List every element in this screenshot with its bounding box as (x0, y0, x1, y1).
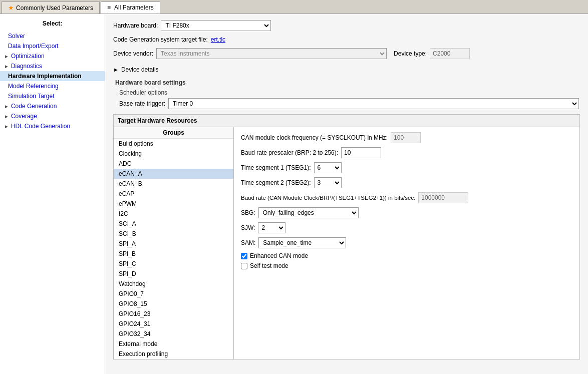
device-details-label: Device details (121, 66, 159, 73)
sidebar-item-label: Solver (8, 33, 25, 40)
group-item-spi-a[interactable]: SPI_A (114, 239, 233, 249)
tseg1-select[interactable]: 6 (314, 162, 342, 173)
sidebar-item-label: Coverage (11, 113, 37, 120)
collapse-arrow-icon: ► (113, 67, 119, 73)
tab-commonly-used-label: Commonly Used Parameters (16, 5, 93, 12)
enhanced-can-row: Enhanced CAN mode (241, 252, 572, 259)
sidebar-item-coverage[interactable]: ► Coverage (0, 111, 105, 121)
baud-prescaler-input[interactable] (341, 147, 381, 158)
sidebar-item-code-generation[interactable]: ► Code Generation (0, 101, 105, 111)
sidebar-item-diagnostics[interactable]: ► Diagnostics (0, 61, 105, 71)
sidebar-select-label: Select: (0, 18, 105, 31)
main-layout: Select: Solver Data Import/Export ► Opti… (0, 14, 588, 374)
can-clock-label: CAN module clock frequency (= SYSCLKOUT)… (241, 134, 388, 141)
group-item-ecan-a[interactable]: eCAN_A (114, 169, 233, 179)
sam-label: SAM: (241, 239, 255, 246)
sidebar-item-optimization[interactable]: ► Optimization (0, 51, 105, 61)
sjw-select[interactable]: 2 (258, 222, 285, 233)
sam-row: SAM: Sample_one_time Sample_three_times (241, 237, 572, 248)
group-item-watchdog[interactable]: Watchdog (114, 279, 233, 289)
tab-commonly-used[interactable]: ★ Commonly Used Parameters (2, 2, 100, 14)
sidebar-item-data-import[interactable]: Data Import/Export (0, 41, 105, 51)
sidebar-item-solver[interactable]: Solver (0, 31, 105, 41)
tseg2-select[interactable]: 3 (314, 177, 342, 188)
base-rate-row: Base rate trigger: Timer 0 (119, 98, 580, 109)
arrow-icon: ► (4, 54, 9, 59)
settings-panel: CAN module clock frequency (= SYSCLKOUT)… (234, 127, 579, 359)
device-details-header[interactable]: ► Device details (113, 64, 580, 75)
sbg-label: SBG: (241, 209, 255, 216)
sam-select[interactable]: Sample_one_time Sample_three_times (258, 237, 346, 248)
can-clock-input[interactable] (391, 132, 421, 143)
group-item-epwm[interactable]: ePWM (114, 199, 233, 209)
code-gen-link[interactable]: ert.tlc (211, 36, 225, 43)
group-item-clocking[interactable]: Clocking (114, 149, 233, 159)
sidebar-item-label: Simulation Target (8, 93, 55, 100)
group-item-ecan-b[interactable]: eCAN_B (114, 179, 233, 189)
group-item-spi-c[interactable]: SPI_C (114, 259, 233, 269)
enhanced-can-label: Enhanced CAN mode (250, 252, 308, 259)
sidebar: Select: Solver Data Import/Export ► Opti… (0, 14, 105, 374)
device-vendor-select[interactable]: Texas Instruments (156, 48, 387, 59)
group-item-gpio0-7[interactable]: GPIO0_7 (114, 289, 233, 299)
group-item-gpio32-34[interactable]: GPIO32_34 (114, 329, 233, 339)
sidebar-item-hdl-code-gen[interactable]: ► HDL Code Generation (0, 121, 105, 131)
group-item-spi-d[interactable]: SPI_D (114, 269, 233, 279)
group-item-execution-profiling[interactable]: Execution profiling (114, 349, 233, 359)
device-type-input[interactable] (430, 48, 470, 59)
group-item-i2c[interactable]: I2C (114, 209, 233, 219)
sidebar-item-label: Hardware Implementation (8, 73, 82, 80)
can-clock-row: CAN module clock frequency (= SYSCLKOUT)… (241, 132, 572, 143)
self-test-label: Self test mode (250, 262, 288, 269)
sidebar-item-label: Model Referencing (8, 83, 59, 90)
sbg-row: SBG: Only_falling_edges Both_edges (241, 207, 572, 218)
sidebar-item-label: Code Generation (11, 103, 57, 110)
base-rate-label: Base rate trigger: (119, 100, 165, 107)
sidebar-item-label: Optimization (11, 53, 45, 60)
group-item-gpio24-31[interactable]: GPIO24_31 (114, 319, 233, 329)
hw-board-row: Hardware board: TI F280x (113, 20, 580, 31)
group-item-external-mode[interactable]: External mode (114, 339, 233, 349)
tseg2-label: Time segment 2 (TSEG2): (241, 179, 311, 186)
baud-prescaler-row: Baud rate prescaler (BRP: 2 to 256): (241, 147, 572, 158)
tseg1-label: Time segment 1 (TSEG1): (241, 164, 311, 171)
group-item-sci-b[interactable]: SCI_B (114, 229, 233, 239)
groups-header: Groups (114, 127, 233, 139)
group-item-sci-a[interactable]: SCI_A (114, 219, 233, 229)
tab-bar: ★ Commonly Used Parameters ≡ All Paramet… (0, 0, 588, 14)
code-gen-label: Code Generation system target file: (113, 36, 208, 43)
tab-all-params-icon: ≡ (107, 4, 111, 11)
tseg1-row: Time segment 1 (TSEG1): 6 (241, 162, 572, 173)
arrow-icon: ► (4, 124, 9, 129)
sidebar-item-label: Diagnostics (11, 63, 42, 70)
content-area: Hardware board: TI F280x Code Generation… (105, 14, 588, 374)
hw-board-select[interactable]: TI F280x (161, 20, 271, 31)
group-item-spi-b[interactable]: SPI_B (114, 249, 233, 259)
base-rate-select[interactable]: Timer 0 (168, 98, 579, 109)
group-item-gpio16-23[interactable]: GPIO16_23 (114, 309, 233, 319)
group-item-build-options[interactable]: Build options (114, 139, 233, 149)
self-test-checkbox[interactable] (241, 263, 247, 269)
sbg-select[interactable]: Only_falling_edges Both_edges (258, 207, 359, 218)
group-item-adc[interactable]: ADC (114, 159, 233, 169)
sidebar-item-simulation-target[interactable]: Simulation Target (0, 91, 105, 101)
tseg2-row: Time segment 2 (TSEG2): 3 (241, 177, 572, 188)
sidebar-item-model-referencing[interactable]: Model Referencing (0, 81, 105, 91)
target-hw-body: Groups Build options Clocking ADC eCAN_A… (114, 127, 579, 359)
sidebar-item-hardware-impl[interactable]: Hardware Implementation (0, 71, 105, 81)
tab-all-parameters[interactable]: ≡ All Parameters (101, 2, 160, 14)
sidebar-item-label: HDL Code Generation (11, 123, 70, 130)
target-hw-section: Target Hardware Resources Groups Build o… (113, 114, 580, 359)
group-item-gpio8-15[interactable]: GPIO8_15 (114, 299, 233, 309)
hw-board-settings-header: Hardware board settings (113, 79, 580, 86)
device-vendor-label: Device vendor: (113, 50, 153, 57)
arrow-icon: ► (4, 104, 9, 109)
enhanced-can-checkbox[interactable] (241, 253, 247, 259)
baud-rate-input[interactable] (418, 192, 468, 203)
sidebar-item-label: Data Import/Export (8, 43, 59, 50)
baud-prescaler-label: Baud rate prescaler (BRP: 2 to 256): (241, 149, 338, 156)
hw-board-label: Hardware board: (113, 22, 158, 29)
baud-rate-label: Baud rate (CAN Module Clock/BRP/(TSEG1+T… (241, 195, 415, 201)
group-item-ecap[interactable]: eCAP (114, 189, 233, 199)
device-type-label: Device type: (394, 50, 427, 57)
